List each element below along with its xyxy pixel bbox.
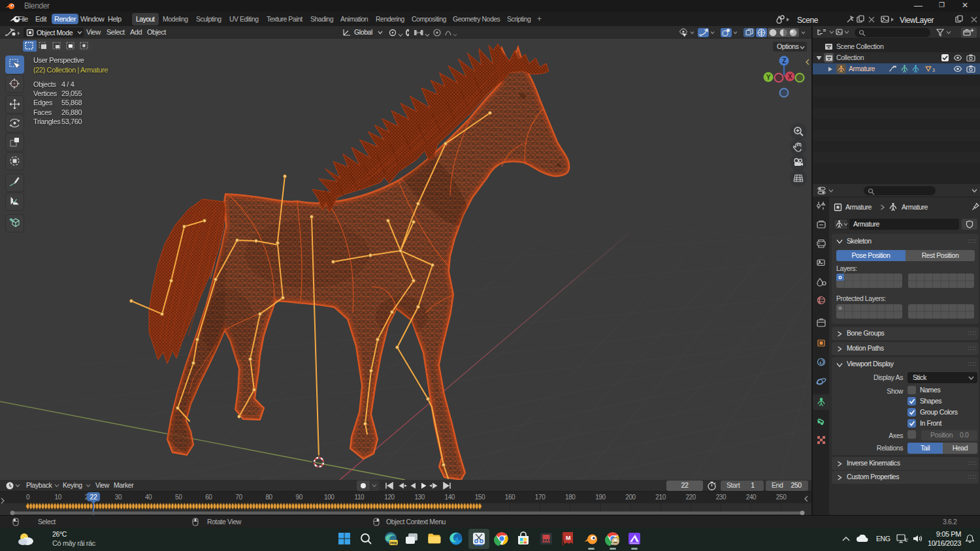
svg-text:170: 170 (535, 494, 546, 501)
svg-text:M: M (566, 535, 570, 541)
svg-text:22: 22 (90, 493, 97, 501)
svg-text:3: 3 (932, 68, 935, 72)
svg-text:250: 250 (776, 494, 787, 501)
svg-text:X: X (788, 73, 792, 80)
svg-text:190: 190 (595, 494, 606, 501)
svg-text:120: 120 (384, 494, 395, 501)
svg-text:210: 210 (655, 494, 666, 501)
svg-text:70: 70 (235, 494, 242, 501)
svg-text:30: 30 (115, 494, 122, 501)
svg-text:240: 240 (746, 494, 757, 501)
svg-text:180: 180 (565, 494, 576, 501)
svg-text:90: 90 (296, 494, 303, 501)
svg-text:200: 200 (625, 494, 636, 501)
svg-text:130: 130 (414, 494, 425, 501)
svg-text:150: 150 (475, 494, 485, 501)
svg-text:PRE: PRE (390, 541, 398, 545)
svg-text:80: 80 (265, 494, 272, 501)
svg-text:230: 230 (716, 494, 727, 501)
svg-text:Z: Z (782, 57, 786, 65)
svg-text:140: 140 (445, 494, 455, 501)
svg-text:10: 10 (55, 494, 62, 501)
svg-text:Y: Y (766, 74, 771, 81)
svg-text:160: 160 (505, 494, 515, 501)
svg-text:110: 110 (355, 494, 365, 501)
svg-text:50: 50 (175, 494, 182, 501)
svg-text:100: 100 (324, 494, 335, 501)
svg-text:220: 220 (685, 494, 696, 501)
svg-text:60: 60 (205, 494, 212, 501)
svg-text:40: 40 (145, 494, 152, 501)
svg-text:0: 0 (26, 494, 30, 501)
